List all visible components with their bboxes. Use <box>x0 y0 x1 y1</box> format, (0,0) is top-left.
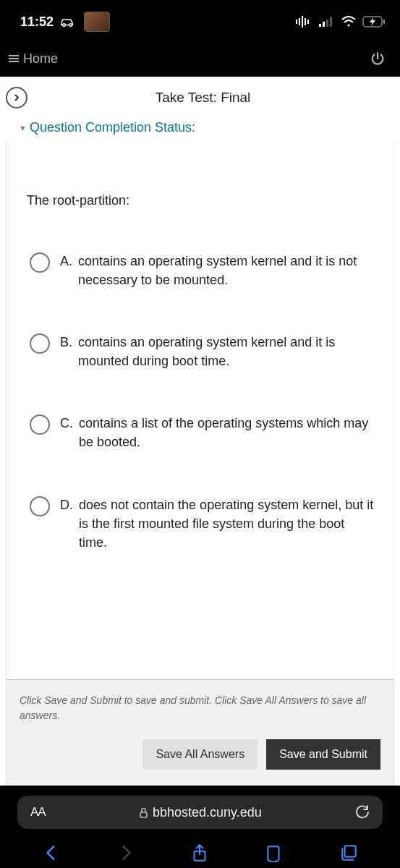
reload-icon[interactable] <box>355 805 370 820</box>
status-bar: 11:52 <box>0 0 400 41</box>
option-text: contains an operating system kernel and … <box>78 333 376 370</box>
text-size-button[interactable]: AA <box>30 805 46 820</box>
footer-hint: Click Save and Submit to save and submit… <box>20 693 380 723</box>
lock-icon <box>139 807 148 818</box>
cellular-icon <box>319 17 335 27</box>
tabs-icon[interactable] <box>339 843 358 862</box>
home-link[interactable]: Home <box>9 51 58 67</box>
expand-sidebar-button[interactable] <box>6 87 27 109</box>
bookmarks-icon[interactable] <box>265 843 284 862</box>
option-a[interactable]: A.contains an operating system kernel an… <box>30 252 376 289</box>
svg-rect-10 <box>330 17 332 27</box>
option-c[interactable]: C.contains a list of the operating syste… <box>30 414 376 451</box>
question-prompt: The root-partition: <box>27 193 376 208</box>
radio-d[interactable] <box>30 496 50 516</box>
radio-c[interactable] <box>30 414 50 435</box>
power-icon[interactable] <box>370 51 386 67</box>
page-content: Take Test: Final ▼ Question Completion S… <box>0 77 400 786</box>
share-icon[interactable] <box>190 843 209 862</box>
option-b[interactable]: B.contains an operating system kernel an… <box>30 333 376 370</box>
option-text: contains an operating system kernel and … <box>78 252 376 289</box>
save-submit-button[interactable]: Save and Submit <box>266 739 380 770</box>
browser-toolbar <box>0 829 400 868</box>
url-display[interactable]: bbhosted.cuny.edu <box>53 805 348 820</box>
home-label: Home <box>23 51 58 67</box>
pip-thumbnail[interactable] <box>84 12 110 32</box>
svg-rect-2 <box>296 20 297 24</box>
svg-rect-16 <box>344 846 355 856</box>
radio-a[interactable] <box>30 252 50 273</box>
svg-rect-4 <box>302 16 303 27</box>
back-icon[interactable] <box>42 843 61 862</box>
question-body: The root-partition: A.contains an operat… <box>6 141 394 679</box>
svg-rect-8 <box>323 22 325 27</box>
option-letter: B. <box>60 333 72 370</box>
svg-point-0 <box>63 24 66 27</box>
app-navbar: Home <box>0 41 400 77</box>
radio-b[interactable] <box>30 333 50 354</box>
qc-status-label: Question Completion Status: <box>30 120 195 135</box>
menu-icon <box>9 55 20 62</box>
svg-rect-6 <box>307 20 309 24</box>
page-title: Take Test: Final <box>33 90 394 106</box>
address-bar[interactable]: AA bbhosted.cuny.edu <box>17 796 383 829</box>
wifi-icon <box>341 16 357 27</box>
question-completion-toggle[interactable]: ▼ Question Completion Status: <box>0 113 400 141</box>
svg-rect-7 <box>319 24 321 27</box>
svg-point-11 <box>348 25 350 27</box>
svg-rect-14 <box>140 812 147 817</box>
svg-rect-3 <box>299 18 300 25</box>
footer-box: Click Save and Submit to save and submit… <box>6 679 394 786</box>
option-letter: D. <box>60 495 73 552</box>
option-letter: C. <box>60 414 73 451</box>
svg-rect-5 <box>305 18 306 25</box>
svg-point-1 <box>69 24 72 27</box>
option-d[interactable]: D.does not contain the operating system … <box>30 495 376 552</box>
svg-rect-13 <box>383 20 385 24</box>
car-icon <box>59 17 75 27</box>
audio-visualizer-icon <box>294 16 313 27</box>
option-text: does not contain the operating system ke… <box>79 495 376 552</box>
battery-charging-icon <box>362 16 386 27</box>
option-letter: A. <box>60 252 72 289</box>
clock: 11:52 <box>20 14 54 30</box>
option-text: contains a list of the operating systems… <box>79 414 376 451</box>
chevron-down-icon: ▼ <box>19 124 27 132</box>
svg-rect-9 <box>326 20 328 27</box>
save-all-button[interactable]: Save All Answers <box>142 739 258 770</box>
forward-icon <box>116 843 135 862</box>
